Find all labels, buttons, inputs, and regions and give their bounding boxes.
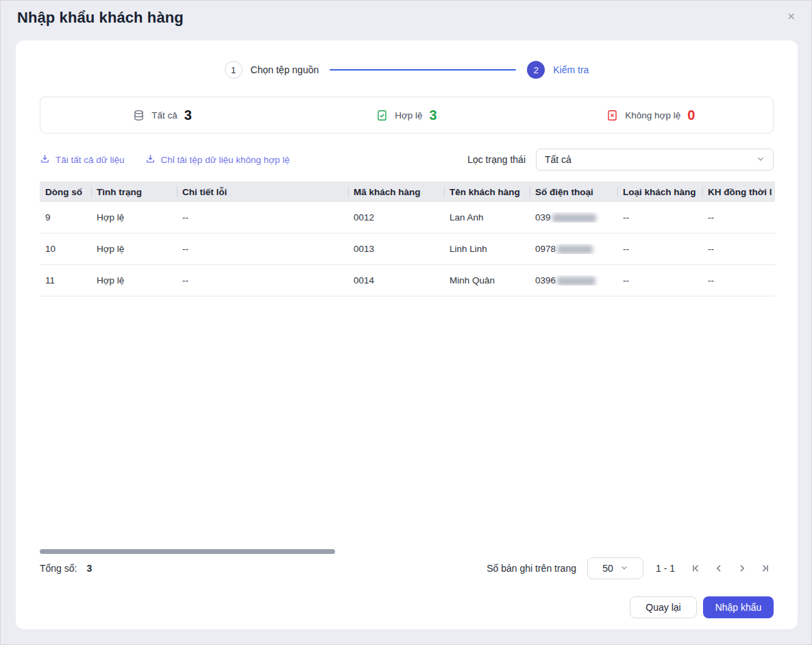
back-button[interactable]: Quay lại bbox=[630, 596, 697, 618]
chevron-down-icon bbox=[620, 563, 628, 574]
download-invalid-label: Chỉ tải tệp dữ liệu không hợp lệ bbox=[161, 155, 290, 165]
pagination: Số bản ghi trên trang 50 1 - 1 bbox=[487, 557, 774, 579]
chevron-down-icon bbox=[756, 154, 765, 165]
col-header-line: Dòng số bbox=[40, 181, 91, 202]
summary-valid: Hợp lệ 3 bbox=[284, 108, 528, 123]
summary-bar: Tất cả 3 Hợp lệ 3 Không hợp lệ 0 bbox=[40, 97, 774, 134]
cell-code: 0012 bbox=[348, 212, 444, 223]
summary-valid-label: Hợp lệ bbox=[395, 110, 422, 121]
redacted-phone bbox=[557, 245, 593, 254]
download-icon bbox=[40, 153, 50, 166]
col-header-status: Tình trạng bbox=[91, 181, 177, 202]
step-2: 2 Kiểm tra bbox=[527, 61, 589, 79]
file-x-icon bbox=[606, 110, 618, 121]
total-value: 3 bbox=[86, 563, 92, 574]
page-range: 1 - 1 bbox=[656, 563, 675, 574]
step-1: 1 Chọn tệp nguồn bbox=[225, 61, 319, 79]
redacted-phone bbox=[552, 214, 596, 223]
step-1-circle: 1 bbox=[225, 61, 243, 79]
download-icon bbox=[145, 153, 156, 166]
cell-error: -- bbox=[177, 244, 348, 254]
file-check-icon bbox=[376, 110, 388, 121]
cell-name: Linh Linh bbox=[444, 244, 530, 254]
cell-name: Minh Quân bbox=[444, 275, 530, 286]
stepper-connector bbox=[330, 69, 516, 71]
import-result-table: Dòng số Tình trạng Chi tiết lỗi Mã khách… bbox=[40, 181, 775, 296]
cell-dual: -- bbox=[702, 244, 775, 254]
stepper: 1 Chọn tệp nguồn 2 Kiểm tra bbox=[16, 61, 798, 79]
total-count: Tổng số: 3 bbox=[40, 563, 92, 574]
summary-all-label: Tất cả bbox=[151, 110, 177, 121]
redacted-phone bbox=[557, 277, 595, 286]
status-filter-select[interactable]: Tất cả bbox=[536, 149, 774, 170]
first-page-button[interactable] bbox=[687, 560, 704, 577]
summary-invalid-label: Không hợp lệ bbox=[625, 110, 680, 121]
cell-status: Hợp lệ bbox=[91, 212, 177, 223]
step-2-circle: 2 bbox=[527, 61, 545, 79]
table-row: 10 Hợp lệ -- 0013 Linh Linh 0978 -- -- bbox=[40, 233, 775, 265]
total-label: Tổng số: bbox=[40, 563, 77, 574]
modal-actions: Quay lại Nhập khẩu bbox=[630, 596, 774, 618]
summary-invalid-value: 0 bbox=[687, 108, 695, 123]
cell-phone: 0978 bbox=[530, 244, 617, 254]
step-2-label: Kiểm tra bbox=[553, 64, 589, 75]
col-header-phone: Số điện thoại bbox=[530, 181, 617, 202]
last-page-button[interactable] bbox=[757, 560, 774, 577]
table-row: 11 Hợp lệ -- 0014 Minh Quân 0396 -- -- bbox=[40, 265, 775, 296]
per-page-select[interactable]: 50 bbox=[587, 557, 643, 579]
col-header-error: Chi tiết lỗi bbox=[177, 181, 348, 202]
summary-all-value: 3 bbox=[184, 108, 192, 123]
horizontal-scrollbar-thumb[interactable] bbox=[40, 549, 335, 554]
cell-phone: 039 bbox=[530, 212, 617, 223]
download-invalid-link[interactable]: Chỉ tải tệp dữ liệu không hợp lệ bbox=[145, 153, 290, 166]
cell-error: -- bbox=[177, 212, 348, 223]
download-all-link[interactable]: Tải tất cả dữ liệu bbox=[40, 153, 125, 166]
col-header-code: Mã khách hàng bbox=[348, 181, 444, 202]
cell-phone: 0396 bbox=[530, 275, 617, 286]
status-filter: Lọc trạng thái Tất cả bbox=[467, 149, 774, 170]
download-links: Tải tất cả dữ liệu Chỉ tải tệp dữ liệu k… bbox=[40, 153, 290, 166]
per-page-label: Số bản ghi trên trang bbox=[487, 563, 576, 574]
close-icon[interactable]: × bbox=[787, 10, 795, 23]
table-row: 9 Hợp lệ -- 0012 Lan Anh 039 -- -- bbox=[40, 202, 775, 233]
next-page-button[interactable] bbox=[734, 560, 750, 577]
cell-name: Lan Anh bbox=[444, 212, 530, 223]
download-all-label: Tải tất cả dữ liệu bbox=[56, 155, 125, 165]
col-header-dual: KH đồng thời l bbox=[702, 181, 775, 202]
cell-error: -- bbox=[177, 275, 348, 286]
summary-all: Tất cả 3 bbox=[40, 108, 284, 123]
modal-card: 1 Chọn tệp nguồn 2 Kiểm tra Tất cả 3 bbox=[16, 40, 798, 629]
summary-valid-value: 3 bbox=[430, 108, 437, 123]
summary-invalid: Không hợp lệ 0 bbox=[529, 108, 773, 123]
cell-line: 11 bbox=[40, 275, 91, 286]
cell-status: Hợp lệ bbox=[91, 244, 177, 254]
import-button[interactable]: Nhập khẩu bbox=[703, 596, 774, 618]
prev-page-button[interactable] bbox=[711, 560, 727, 577]
cell-status: Hợp lệ bbox=[91, 275, 177, 286]
col-header-type: Loại khách hàng bbox=[617, 181, 702, 202]
col-header-name: Tên khách hàng bbox=[444, 181, 530, 202]
modal-title: Nhập khẩu khách hàng bbox=[17, 9, 184, 27]
table-header-row: Dòng số Tình trạng Chi tiết lỗi Mã khách… bbox=[40, 181, 775, 202]
pager-controls bbox=[687, 560, 774, 577]
cell-code: 0013 bbox=[348, 244, 444, 254]
cell-dual: -- bbox=[702, 275, 775, 286]
cell-line: 10 bbox=[40, 244, 91, 254]
database-icon bbox=[133, 110, 145, 121]
cell-code: 0014 bbox=[348, 275, 444, 286]
cell-type: -- bbox=[617, 212, 702, 223]
step-1-label: Chọn tệp nguồn bbox=[251, 64, 319, 75]
cell-type: -- bbox=[617, 244, 702, 254]
status-filter-value: Tất cả bbox=[545, 154, 756, 165]
cell-dual: -- bbox=[702, 212, 775, 223]
cell-line: 9 bbox=[40, 212, 91, 223]
cell-type: -- bbox=[617, 275, 702, 286]
filter-label: Lọc trạng thái bbox=[467, 154, 526, 165]
per-page-value: 50 bbox=[602, 563, 613, 574]
